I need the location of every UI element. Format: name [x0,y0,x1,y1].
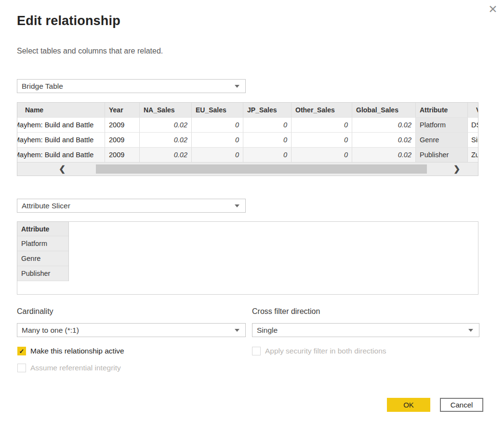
ok-button[interactable]: OK [387,398,430,412]
cancel-button[interactable]: Cancel [440,398,483,412]
cell-year[interactable]: 2009 [105,133,140,147]
cell-other-sales[interactable]: 0 [292,133,352,147]
table-row: Mayhem: Build and Battle 2009 0.02 0 0 0… [17,132,478,147]
cell-na-sales[interactable]: 0.02 [140,133,192,147]
chevron-down-icon [468,329,473,332]
column-header-other-sales[interactable]: Other_Sales [292,103,352,117]
cell-name[interactable]: Mayhem: Build and Battle [17,118,105,132]
chevron-down-icon [235,204,239,207]
upper-grid-header-row: Name Year NA_Sales EU_Sales JP_Sales Oth… [17,103,478,117]
cross-filter-select[interactable]: Single [252,323,479,337]
cell-attribute-selected[interactable]: Platform [416,118,468,132]
checkbox-label: Apply security filter in both directions [265,347,386,355]
cell-eu-sales[interactable]: 0 [192,118,243,132]
upper-preview-grid: Name Year NA_Sales EU_Sales JP_Sales Oth… [17,102,478,176]
close-icon[interactable]: ✕ [485,1,501,17]
cell-na-sales[interactable]: 0.02 [140,148,192,162]
attribute-column: Attribute Platform Genre Publisher [17,222,69,281]
cardinality-select[interactable]: Many to one (*:1) [17,323,246,337]
cell-attribute[interactable]: Platform [17,236,68,251]
cell-value[interactable]: Sim [468,133,478,147]
cell-year[interactable]: 2009 [105,148,140,162]
column-header-value[interactable]: Value [468,103,478,117]
column-header-na-sales[interactable]: NA_Sales [140,103,192,117]
column-header-eu-sales[interactable]: EU_Sales [192,103,243,117]
apply-security-filter-checkbox: Apply security filter in both directions [252,347,386,355]
cell-global-sales[interactable]: 0.02 [352,148,416,162]
cell-attribute[interactable]: Genre [17,251,68,266]
scrollbar-thumb[interactable] [96,164,427,174]
cross-filter-select-value: Single [257,326,278,335]
chevron-down-icon [235,85,239,88]
lower-table-select[interactable]: Attribute Slicer [17,199,246,213]
upper-table-select-value: Bridge Table [22,82,63,91]
dialog-title: Edit relationship [17,14,120,28]
column-header-year[interactable]: Year [105,103,140,117]
scroll-left-icon[interactable]: ❮ [59,163,66,175]
cardinality-select-value: Many to one (*:1) [22,326,79,335]
checkbox-unchecked-icon [252,347,261,355]
column-header-attribute[interactable]: Attribute [17,222,68,236]
scroll-right-icon[interactable]: ❯ [453,163,460,175]
cell-other-sales[interactable]: 0 [292,118,352,132]
cell-jp-sales[interactable]: 0 [243,133,292,147]
cell-global-sales[interactable]: 0.02 [352,133,416,147]
cell-attribute-selected[interactable]: Genre [416,133,468,147]
column-header-global-sales[interactable]: Global_Sales [352,103,416,117]
dialog-subtitle: Select tables and columns that are relat… [17,47,163,55]
cell-eu-sales[interactable]: 0 [192,133,243,147]
column-header-jp-sales[interactable]: JP_Sales [243,103,292,117]
checkbox-label: Assume referential integrity [30,364,121,372]
checkbox-unchecked-icon [17,364,26,372]
cell-value[interactable]: DS [468,118,478,132]
make-relationship-active-checkbox[interactable]: ✓ Make this relationship active [17,347,124,355]
table-row: Mayhem: Build and Battle 2009 0.02 0 0 0… [17,117,478,132]
cell-name[interactable]: Mayhem: Build and Battle [17,148,105,162]
column-header-name[interactable]: Name [17,103,105,117]
cell-global-sales[interactable]: 0.02 [352,118,416,132]
cell-other-sales[interactable]: 0 [292,148,352,162]
cell-name[interactable]: Mayhem: Build and Battle [17,133,105,147]
cross-filter-label: Cross filter direction [252,307,320,316]
lower-preview-grid: Attribute Platform Genre Publisher [17,221,478,295]
cell-attribute-selected[interactable]: Publisher [416,148,468,162]
cell-jp-sales[interactable]: 0 [243,118,292,132]
cell-jp-sales[interactable]: 0 [243,148,292,162]
column-header-attribute[interactable]: Attribute [416,103,468,117]
horizontal-scrollbar[interactable]: ❮ ❯ [17,162,478,176]
cell-na-sales[interactable]: 0.02 [140,118,192,132]
lower-table-select-value: Attribute Slicer [22,202,70,210]
upper-table-select[interactable]: Bridge Table [17,79,246,93]
chevron-down-icon [235,329,239,332]
checkbox-checked-icon[interactable]: ✓ [17,347,26,355]
cell-value[interactable]: Zu [468,148,478,162]
cell-attribute[interactable]: Publisher [17,266,68,281]
cell-eu-sales[interactable]: 0 [192,148,243,162]
assume-referential-integrity-checkbox: Assume referential integrity [17,364,121,372]
cardinality-label: Cardinality [17,307,53,316]
edit-relationship-dialog: ✕ Edit relationship Select tables and co… [0,0,504,421]
cell-year[interactable]: 2009 [105,118,140,132]
checkbox-label: Make this relationship active [30,347,124,355]
table-row: Mayhem: Build and Battle 2009 0.02 0 0 0… [17,147,478,162]
